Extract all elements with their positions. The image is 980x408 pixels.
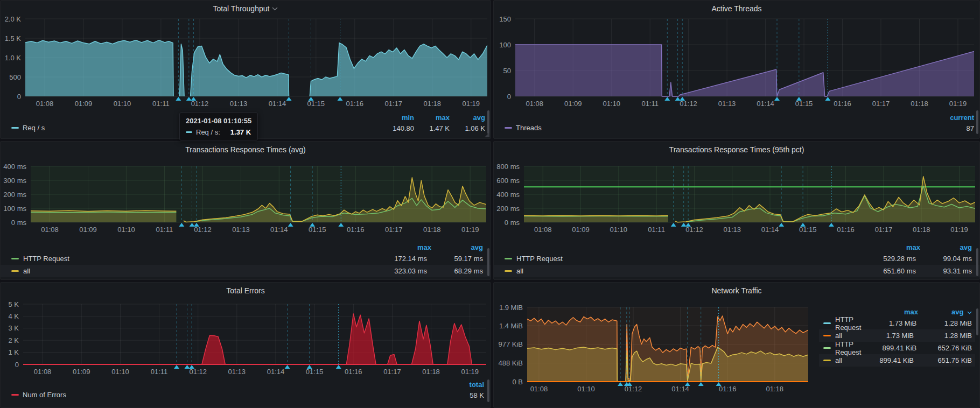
legend-item-http-request[interactable]: HTTP Request 529.28 ms 99.04 ms [494, 252, 979, 265]
panel-title-text: Transactions Response Times (95th pct) [669, 145, 804, 154]
y-axis-tick-label: 1.4 MiB [499, 322, 523, 330]
series-line [31, 212, 176, 213]
threads-chart-canvas[interactable]: 05010015001:0801:0901:1001:1101:1201:130… [494, 1, 979, 138]
annotation-marker [285, 365, 290, 369]
x-axis-tick-label: 01:15 [307, 100, 325, 108]
panel-response-times-avg: Transactions Response Times (avg) 0 ms10… [0, 141, 491, 280]
x-axis-tick-label: 01:16 [345, 368, 362, 376]
legend-scrollbar[interactable] [976, 308, 978, 335]
series-swatch [11, 394, 19, 396]
stat-value-max: 323.03 ms [357, 267, 427, 275]
stat-header-current[interactable]: current [935, 112, 974, 123]
stat-value-max: 1.47 K [414, 123, 450, 134]
series-area [191, 46, 289, 96]
stat-header-total[interactable]: total [452, 379, 484, 390]
panel-resize-handle[interactable] [485, 132, 489, 137]
stat-header-max[interactable]: max [414, 112, 450, 123]
errors-chart-canvas[interactable]: 01 K2 K3 K4 K5 K01:0801:0901:1001:1101:1… [1, 283, 491, 407]
x-axis-tick-label: 01:12 [194, 226, 212, 234]
x-axis-tick-label: 01:12 [625, 385, 642, 393]
x-axis-tick-label: 01:16 [834, 100, 851, 108]
stat-value-total: 58 K [452, 390, 484, 401]
legend-item-all-received[interactable]: all 899.41 KiB 651.75 KiB [819, 354, 975, 367]
legend-scrollbar[interactable] [976, 248, 978, 276]
stat-value-avg: 1.28 MiB [918, 332, 972, 340]
stat-header-avg[interactable]: avg [450, 112, 485, 123]
legend-item-http-request[interactable]: HTTP Request 172.14 ms 59.17 ms [1, 252, 491, 265]
panel-title-response-95th[interactable]: Transactions Response Times (95th pct) [494, 142, 979, 158]
stat-header-avg[interactable]: avg [918, 308, 972, 316]
stat-header-avg[interactable]: avg [920, 243, 972, 251]
legend-scrollbar[interactable] [487, 379, 489, 402]
stat-value-avg: 93.31 ms [920, 267, 972, 275]
legend-item-num-of-errors[interactable]: Num of Errors [11, 391, 66, 399]
y-axis-tick-label: 200 ms [496, 205, 520, 213]
y-axis-tick-label: 3 K [8, 324, 19, 332]
y-axis-tick-label: 4 K [8, 312, 19, 320]
series-swatch [823, 360, 831, 361]
series-swatch [505, 270, 512, 272]
y-axis-tick-label: 1.9 MiB [499, 304, 523, 312]
panel-title-text: Total Errors [226, 286, 265, 295]
legend-item-http-request-received[interactable]: HTTP Request 899.41 KiB 652.76 KiB [819, 342, 975, 354]
legend-stats: total 58 K [452, 379, 484, 401]
panel-title-network-traffic[interactable]: Network Traffic [494, 283, 979, 299]
x-axis-tick-label: 01:18 [913, 226, 930, 234]
y-axis-tick-label: 0 B [512, 378, 523, 386]
legend-item-threads[interactable]: Threads [505, 124, 542, 132]
series-swatch [11, 127, 19, 129]
x-axis-tick-label: 01:11 [641, 100, 659, 108]
x-axis-tick-label: 01:17 [383, 368, 401, 376]
x-axis-tick-label: 01:09 [572, 226, 590, 234]
legend-scrollbar[interactable] [487, 248, 489, 276]
x-axis-tick-label: 01:11 [152, 100, 170, 108]
annotation-marker [309, 97, 314, 101]
legend-scrollbar[interactable] [487, 110, 489, 134]
legend-table: max avg HTTP Request 172.14 ms 59.17 ms … [1, 242, 491, 277]
graph-tooltip: 2021-01-08 01:10:55 Req / s: 1.37 K [179, 112, 258, 140]
series-swatch [823, 347, 831, 349]
stat-value-max: 1.73 MiB [865, 319, 916, 327]
stat-value-max: 899.41 KiB [860, 356, 914, 364]
annotation-marker [671, 223, 676, 227]
panel-title-response-avg[interactable]: Transactions Response Times (avg) [1, 142, 491, 158]
annotation-marker [825, 97, 830, 101]
stat-header-max[interactable]: max [850, 243, 920, 251]
x-axis-tick-label: 01:10 [610, 226, 628, 234]
x-axis-tick-label: 01:08 [530, 385, 548, 393]
panel-title-total-errors[interactable]: Total Errors [1, 283, 491, 299]
legend-item-http-request-sent[interactable]: HTTP Request 1.73 MiB 1.28 MiB [819, 317, 975, 329]
x-axis-tick-label: 01:19 [949, 100, 967, 108]
legend-item-req-s[interactable]: Req / s [11, 124, 45, 132]
x-axis-tick-label: 01:12 [191, 100, 209, 108]
panel-total-errors: Total Errors 01 K2 K3 K4 K5 K01:0801:090… [0, 282, 491, 408]
stat-value-max: 172.14 ms [357, 255, 427, 263]
y-axis-tick-label: 0 [17, 93, 21, 101]
annotation-marker [186, 97, 192, 101]
annotation-marker [286, 97, 292, 101]
y-axis-tick-label: 0 [507, 93, 511, 101]
annotation-marker [618, 382, 623, 386]
x-axis-tick-label: 01:08 [526, 100, 543, 108]
series-swatch [505, 127, 512, 129]
x-axis-tick-label: 01:18 [422, 368, 440, 376]
x-axis-tick-label: 01:18 [911, 100, 928, 108]
panel-title-text: Transactions Response Times (avg) [185, 145, 306, 154]
tooltip-series-label: Req / s: [196, 128, 220, 136]
x-axis-tick-label: 01:12 [189, 368, 207, 376]
stat-header-min[interactable]: min [379, 112, 414, 123]
annotation-marker [698, 382, 704, 386]
panel-title-active-threads[interactable]: Active Threads [494, 1, 979, 17]
legend-item-all[interactable]: all 323.03 ms 68.29 ms [1, 265, 491, 277]
tooltip-timestamp: 2021-01-08 01:10:55 [186, 117, 251, 125]
legend-scrollbar[interactable] [976, 110, 978, 134]
panel-title-text: Network Traffic [711, 286, 761, 295]
x-axis-tick-label: 01:15 [306, 368, 324, 376]
stat-header-max[interactable]: max [864, 308, 918, 316]
panel-title-total-throughput[interactable]: Total Throughput [1, 1, 491, 17]
y-axis-tick-label: 100 ms [3, 205, 26, 213]
annotation-marker [779, 223, 784, 227]
stat-header-avg[interactable]: avg [431, 243, 483, 251]
stat-header-max[interactable]: max [361, 243, 431, 251]
legend-item-all[interactable]: all 651.60 ms 93.31 ms [494, 265, 979, 277]
